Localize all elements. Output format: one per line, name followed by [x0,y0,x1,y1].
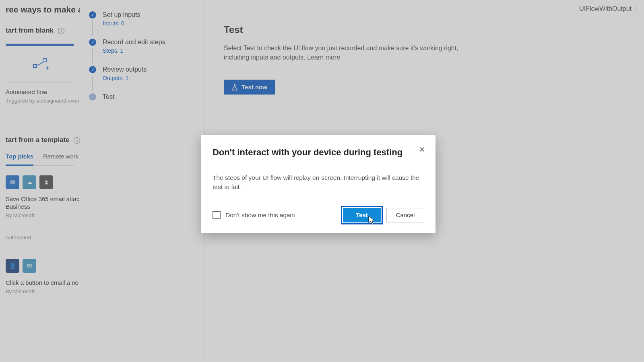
checkbox-icon [213,211,221,219]
close-icon: ✕ [419,146,425,154]
dont-show-again-checkbox[interactable]: Don't show me this again [213,211,295,219]
test-warning-dialog: Don't interact with your device during t… [201,135,436,233]
dialog-title: Don't interact with your device during t… [213,147,424,158]
cancel-button[interactable]: Cancel [386,208,424,222]
close-button[interactable]: ✕ [416,144,427,155]
test-button[interactable]: Test [343,208,381,222]
dialog-body: The steps of your UI flow will replay on… [213,173,424,192]
